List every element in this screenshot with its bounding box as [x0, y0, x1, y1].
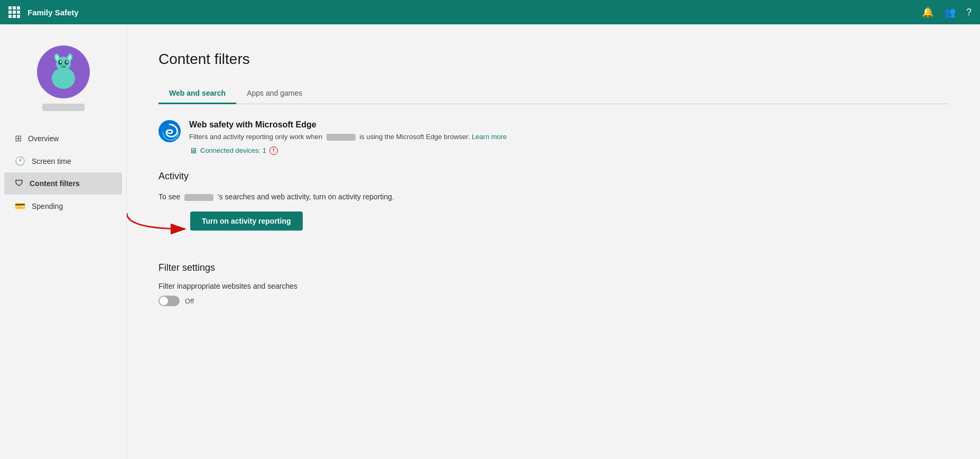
filter-settings-section: Filter settings Filter inappropriate web… [158, 262, 948, 306]
tabs: Web and search Apps and games [158, 84, 948, 104]
button-with-arrow: Turn on activity reporting [190, 212, 303, 231]
tab-web-search[interactable]: Web and search [158, 84, 236, 104]
toggle-state-label: Off [185, 297, 194, 305]
activity-section-title: Activity [158, 171, 948, 182]
filter-label: Filter inappropriate websites and search… [158, 282, 948, 290]
avatar [37, 45, 90, 98]
filter-row: Filter inappropriate websites and search… [158, 282, 948, 306]
notification-icon[interactable]: 🔔 [922, 6, 934, 18]
sidebar-item-overview[interactable]: ⊞ Overview [4, 127, 122, 150]
warning-icon[interactable]: ! [269, 146, 278, 155]
main-layout: ⊞ Overview 🕐 Screen time 🛡 Content filte… [0, 24, 980, 459]
web-safety-title: Web safety with Microsoft Edge [189, 120, 507, 130]
topbar-actions: 🔔 👥 ? [922, 6, 972, 18]
sidebar-item-content-filters-label: Content filters [30, 179, 80, 188]
screen-time-icon: 🕐 [15, 156, 25, 166]
app-title: Family Safety [27, 8, 922, 17]
svg-point-9 [60, 61, 61, 63]
learn-more-link[interactable]: Learn more [472, 133, 507, 141]
filter-settings-title: Filter settings [158, 262, 948, 273]
sidebar-item-content-filters[interactable]: 🛡 Content filters [4, 172, 122, 195]
page-title: Content filters [158, 51, 948, 68]
people-icon[interactable]: 👥 [944, 6, 956, 18]
topbar: Family Safety 🔔 👥 ? [0, 0, 980, 24]
sidebar-item-spending[interactable]: 💳 Spending [4, 195, 122, 217]
activity-description: To see 's searches and web activity, tur… [158, 192, 948, 201]
avatar-section [0, 35, 126, 127]
filter-toggle[interactable] [158, 296, 180, 306]
sidebar: ⊞ Overview 🕐 Screen time 🛡 Content filte… [0, 24, 127, 459]
sidebar-item-screen-time-label: Screen time [32, 157, 71, 166]
edge-logo-icon [158, 120, 181, 142]
user-name-redacted [42, 104, 85, 111]
overview-icon: ⊞ [15, 133, 22, 143]
activity-section: Activity To see 's searches and web acti… [158, 171, 948, 231]
tab-apps-games[interactable]: Apps and games [236, 84, 313, 104]
toggle-knob [160, 297, 168, 305]
svg-point-12 [61, 66, 63, 67]
web-safety-text: Web safety with Microsoft Edge Filters a… [189, 120, 507, 155]
sidebar-item-screen-time[interactable]: 🕐 Screen time [4, 150, 122, 172]
content-area: Content filters Web and search Apps and … [127, 24, 980, 459]
sidebar-item-spending-label: Spending [32, 202, 63, 210]
monitor-icon: 🖥 [189, 146, 197, 155]
sidebar-nav: ⊞ Overview 🕐 Screen time 🛡 Content filte… [0, 127, 126, 217]
username-redacted-2 [184, 194, 213, 201]
web-safety-description: Filters and activity reporting only work… [189, 133, 507, 141]
svg-point-13 [63, 66, 65, 67]
connected-devices-label: Connected devices: 1 [200, 146, 266, 154]
spending-icon: 💳 [15, 201, 25, 211]
help-icon[interactable]: ? [966, 7, 972, 18]
red-arrow [127, 208, 190, 234]
toggle-row: Off [158, 296, 948, 306]
username-redacted [326, 134, 356, 141]
svg-point-10 [66, 61, 68, 63]
content-filters-icon: 🛡 [15, 179, 23, 188]
sidebar-item-overview-label: Overview [28, 134, 59, 143]
grid-menu-icon[interactable] [8, 6, 20, 18]
connected-devices: 🖥 Connected devices: 1 ! [189, 146, 507, 155]
turn-on-activity-reporting-button[interactable]: Turn on activity reporting [190, 212, 303, 231]
web-safety-section: Web safety with Microsoft Edge Filters a… [158, 120, 948, 155]
